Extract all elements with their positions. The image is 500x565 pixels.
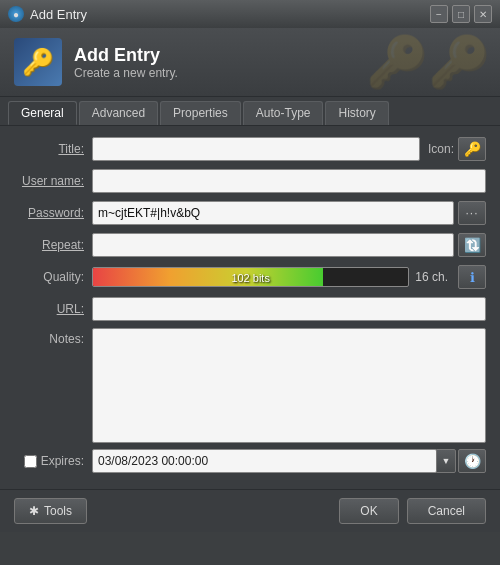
notes-label: Notes: [14, 332, 92, 346]
quality-bits-label: 102 bits [93, 268, 408, 287]
icon-label: Icon: [428, 142, 454, 156]
password-input[interactable] [92, 201, 454, 225]
password-toggle-button[interactable]: ··· [458, 201, 486, 225]
dialog-subtitle: Create a new entry. [74, 66, 178, 80]
expires-checkbox[interactable] [24, 455, 37, 468]
header-text: Add Entry Create a new entry. [74, 45, 178, 80]
expires-checkbox-wrap: Expires: [14, 454, 92, 468]
expires-label: Expires: [41, 454, 84, 468]
window-title: Add Entry [30, 7, 87, 22]
tools-icon: ✱ [29, 504, 39, 518]
quality-bar-container: 102 bits 16 ch. ℹ [92, 265, 486, 289]
quality-ch-label: 16 ch. [415, 270, 448, 284]
bottom-bar: ✱ Tools OK Cancel [0, 489, 500, 532]
dialog-header: 🔑 Add Entry Create a new entry. 🔑🔑 [0, 28, 500, 97]
title-row: Title: Icon: 🔑 [14, 136, 486, 162]
notes-row: Notes: [14, 328, 486, 443]
repeat-row: Repeat: 🔃 [14, 232, 486, 258]
ok-button[interactable]: OK [339, 498, 398, 524]
action-buttons: OK Cancel [339, 498, 486, 524]
quality-bar: 102 bits [92, 267, 409, 287]
icon-button[interactable]: 🔑 [458, 137, 486, 161]
close-button[interactable]: ✕ [474, 5, 492, 23]
quality-label: Quality: [14, 270, 92, 284]
expires-input[interactable] [92, 449, 437, 473]
tab-advanced[interactable]: Advanced [79, 101, 158, 125]
expires-calendar-button[interactable]: 🕐 [458, 449, 486, 473]
app-icon: ● [8, 6, 24, 22]
refresh-icon: 🔃 [464, 237, 481, 253]
tools-label: Tools [44, 504, 72, 518]
username-row: User name: [14, 168, 486, 194]
quality-info-button[interactable]: ℹ [458, 265, 486, 289]
url-label: URL: [14, 302, 92, 316]
repeat-input[interactable] [92, 233, 454, 257]
username-label: User name: [14, 174, 92, 188]
title-input[interactable] [92, 137, 420, 161]
repeat-label: Repeat: [14, 238, 92, 252]
tab-bar: General Advanced Properties Auto-Type Hi… [0, 97, 500, 126]
url-input[interactable] [92, 297, 486, 321]
cancel-button[interactable]: Cancel [407, 498, 486, 524]
window-controls: − □ ✕ [430, 5, 492, 23]
tab-auto-type[interactable]: Auto-Type [243, 101, 324, 125]
expires-dropdown-button[interactable]: ▼ [436, 449, 456, 473]
password-label: Password: [14, 206, 92, 220]
repeat-generate-button[interactable]: 🔃 [458, 233, 486, 257]
title-label: Title: [14, 142, 92, 156]
key-icon: 🔑 [464, 141, 481, 157]
expires-row: Expires: ▼ 🕐 [14, 449, 486, 473]
form-area: Title: Icon: 🔑 User name: Password: ··· … [0, 126, 500, 489]
quality-row: Quality: 102 bits 16 ch. ℹ [14, 264, 486, 290]
tab-history[interactable]: History [325, 101, 388, 125]
tab-properties[interactable]: Properties [160, 101, 241, 125]
url-row: URL: [14, 296, 486, 322]
header-icon: 🔑 [14, 38, 62, 86]
minimize-button[interactable]: − [430, 5, 448, 23]
calendar-icon: 🕐 [464, 453, 481, 469]
username-input[interactable] [92, 169, 486, 193]
maximize-button[interactable]: □ [452, 5, 470, 23]
dialog-title: Add Entry [74, 45, 178, 66]
tools-button[interactable]: ✱ Tools [14, 498, 87, 524]
tab-general[interactable]: General [8, 101, 77, 125]
notes-input[interactable] [92, 328, 486, 443]
title-bar: ● Add Entry − □ ✕ [0, 0, 500, 28]
password-row: Password: ··· [14, 200, 486, 226]
